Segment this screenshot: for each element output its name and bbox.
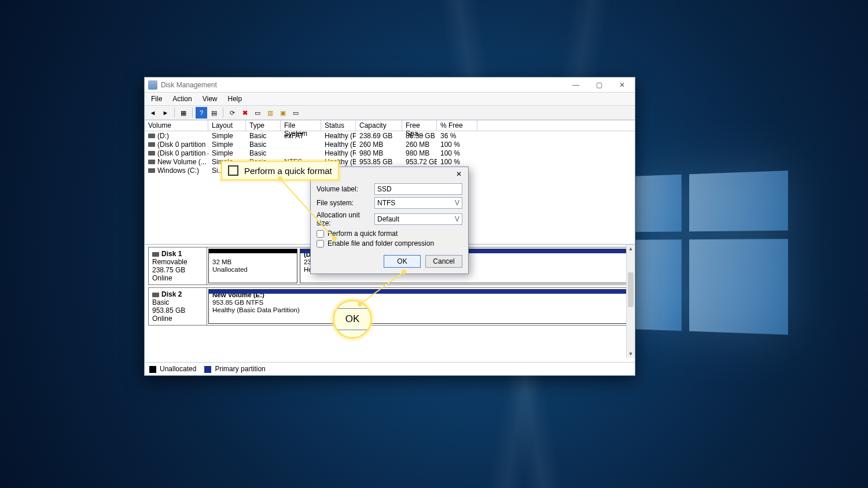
close-button[interactable]: ✕ xyxy=(610,77,634,92)
refresh-icon[interactable]: ⟳ xyxy=(226,107,238,119)
menu-file[interactable]: File xyxy=(146,93,167,105)
scroll-thumb[interactable] xyxy=(628,272,634,307)
legend-primary-label: Primary partition xyxy=(215,365,265,373)
legend-unalloc-swatch xyxy=(149,366,156,373)
quick-format-checkbox[interactable]: Perform a quick format xyxy=(317,230,462,238)
chevron-down-icon: V xyxy=(455,199,459,207)
back-icon[interactable]: ◄ xyxy=(147,107,159,119)
scroll-down-icon[interactable]: ▼ xyxy=(627,350,635,358)
toolbar: ◄ ► ▦ ? ▤ ⟳ ✖ ▭ ▥ ▣ ▭ xyxy=(145,106,635,120)
fwd-icon[interactable]: ► xyxy=(160,107,171,119)
callout-quick-label: Perform a quick format xyxy=(244,166,332,176)
cancel-button[interactable]: Cancel xyxy=(425,255,462,268)
delete-icon[interactable]: ✖ xyxy=(239,107,251,119)
callout-ok: OK xyxy=(333,300,372,339)
ok-button[interactable]: OK xyxy=(384,255,421,268)
titlebar[interactable]: Disk Management — ▢ ✕ xyxy=(145,77,635,93)
props-icon[interactable]: ▥ xyxy=(264,107,276,119)
maximize-button[interactable]: ▢ xyxy=(587,77,610,92)
up-icon[interactable]: ▦ xyxy=(178,107,189,119)
new-icon[interactable]: ▭ xyxy=(252,107,263,119)
volume-row[interactable]: (Disk 0 partition 1)SimpleBasicHealthy (… xyxy=(145,140,635,149)
compression-label: Enable file and folder compression xyxy=(328,239,434,247)
menu-help[interactable]: Help xyxy=(223,93,248,105)
menu-view[interactable]: View xyxy=(197,93,223,105)
menu-action[interactable]: Action xyxy=(167,93,197,105)
col-type[interactable]: Type xyxy=(246,120,281,131)
file-system-label: File system: xyxy=(317,199,374,207)
dialog-close-icon[interactable]: ✕ xyxy=(453,170,465,178)
graphical-scrollbar[interactable]: ▲ ▼ xyxy=(626,245,635,358)
volume-row[interactable]: (Disk 0 partition 4)SimpleBasicHealthy (… xyxy=(145,149,635,157)
volume-list-header: Volume Layout Type File System Status Ca… xyxy=(145,120,635,131)
col-pct[interactable]: % Free xyxy=(437,120,477,131)
window-title: Disk Management xyxy=(161,81,217,89)
app-icon xyxy=(148,80,157,90)
legend: Unallocated Primary partition xyxy=(145,362,635,375)
col-volume[interactable]: Volume xyxy=(145,120,208,131)
compression-checkbox[interactable]: Enable file and folder compression xyxy=(317,239,462,247)
col-free[interactable]: Free Spa... xyxy=(402,120,437,131)
legend-unalloc-label: Unallocated xyxy=(160,365,196,373)
help-icon[interactable]: ? xyxy=(196,107,207,119)
windows-logo xyxy=(635,171,788,335)
allocation-select[interactable]: DefaultV xyxy=(374,213,462,225)
volume-label-input[interactable]: SSD xyxy=(374,183,462,195)
callout-quick-format: Perform a quick format xyxy=(221,161,339,180)
disk-1-info: Disk 1 Removable 238.75 GB Online xyxy=(149,247,207,284)
quick-format-label: Perform a quick format xyxy=(328,230,398,238)
col-capacity[interactable]: Capacity xyxy=(356,120,402,131)
disk-2-row[interactable]: Disk 2 Basic 953.85 GB Online New Volume… xyxy=(148,287,631,326)
volume-row[interactable]: (D:)SimpleBasicexFATHealthy (P...238.69 … xyxy=(145,131,635,140)
perm-icon[interactable]: ▣ xyxy=(277,107,289,119)
callout-ok-label: OK xyxy=(345,313,360,325)
col-fs[interactable]: File System xyxy=(281,120,321,131)
col-layout[interactable]: Layout xyxy=(208,120,246,131)
layout-icon[interactable]: ▭ xyxy=(290,107,301,119)
format-dialog: ✕ Volume label: SSD File system: NTFSV A… xyxy=(310,167,469,274)
scroll-up-icon[interactable]: ▲ xyxy=(627,245,635,253)
callout-checkbox-icon xyxy=(228,165,238,176)
file-system-select[interactable]: NTFSV xyxy=(374,197,462,209)
minimize-button[interactable]: — xyxy=(564,77,587,92)
chevron-down-icon: V xyxy=(455,215,459,223)
disk-2-info: Disk 2 Basic 953.85 GB Online xyxy=(149,288,207,325)
menu-bar: File Action View Help xyxy=(145,93,635,106)
legend-primary-swatch xyxy=(204,366,211,373)
disk-2-partition-e[interactable]: New Volume (E:) 953.85 GB NTFS Healthy (… xyxy=(208,289,630,324)
allocation-label: Allocation unit size: xyxy=(317,211,374,227)
volume-row[interactable]: New Volume (...SimpleBasicNTFSHealthy (B… xyxy=(145,157,635,166)
disk-1-unallocated[interactable]: 32 MB Unallocated xyxy=(208,249,297,283)
volume-label-label: Volume label: xyxy=(317,185,374,193)
list-icon[interactable]: ▤ xyxy=(208,107,220,119)
col-status[interactable]: Status xyxy=(321,120,356,131)
